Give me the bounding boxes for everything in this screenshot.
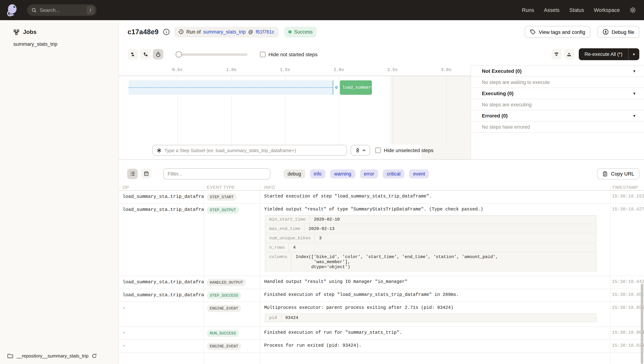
- reexecute-dropdown-caret[interactable]: ▼: [628, 48, 639, 60]
- snapshot-link[interactable]: f61f761c: [256, 29, 274, 34]
- hide-unselected-checkbox[interactable]: Hide unselected steps: [375, 148, 434, 153]
- settings-gear-icon[interactable]: [630, 7, 636, 13]
- gantt-tick-label: 1.0s: [226, 68, 236, 72]
- checkbox-box[interactable]: [375, 148, 381, 153]
- nav-link-workspace[interactable]: Workspace: [594, 7, 620, 13]
- op-selector-icon: [156, 148, 162, 153]
- log-level-event[interactable]: event: [409, 169, 429, 178]
- log-table-row[interactable]: load_summary_sta…trip_dataframeSTEP_STAR…: [119, 190, 644, 204]
- log-level-debug[interactable]: debug: [284, 169, 305, 178]
- metadata-value: 93424: [281, 314, 302, 322]
- chevron-down-icon: ▼: [632, 114, 636, 118]
- log-level-info[interactable]: info: [310, 169, 326, 178]
- repository-row[interactable]: __repository__summary_stats_trip: [7, 353, 97, 358]
- search-input[interactable]: [40, 7, 86, 13]
- job-link[interactable]: summary_stats_trip: [203, 29, 246, 34]
- stopwatch-icon: [155, 51, 161, 57]
- log-table-row[interactable]: -RUN_SUCCESSFinished execution of run fo…: [119, 327, 644, 340]
- sidebar-item-summary-stats-trip[interactable]: summary_stats_trip: [13, 41, 118, 47]
- expand-panel-up-button[interactable]: [564, 49, 574, 60]
- checkbox-box[interactable]: [260, 51, 266, 57]
- gantt-step-bar[interactable]: load_summary_: [340, 80, 372, 95]
- run-info-icon[interactable]: [163, 28, 170, 35]
- metadata-row: n_rows4: [265, 243, 596, 252]
- log-table-row[interactable]: load_summary_sta…trip_dataframeHANDLED_O…: [119, 276, 644, 289]
- reexecute-all-button[interactable]: Re-execute All (*) ▼: [579, 48, 639, 60]
- log-table-row[interactable]: load_summary_sta…trip_dataframeSTEP_OUTP…: [119, 204, 644, 276]
- metadata-key: pid: [265, 314, 281, 322]
- info-text: Multiprocess executor: parent process ex…: [264, 305, 604, 310]
- metadata-key: columns: [265, 253, 292, 271]
- timestamp-cell: 15:30:18.904: [610, 327, 644, 339]
- status-section-header[interactable]: Executing (0)▼: [471, 88, 644, 99]
- run-header: c17a48e9 Run of summary_stats_t: [119, 20, 644, 38]
- jobs-icon: [13, 29, 20, 35]
- metadata-value: 2020-02-13: [305, 225, 338, 233]
- graph-query-toggle-button[interactable]: [351, 145, 370, 156]
- hide-not-started-checkbox[interactable]: Hide not started steps: [260, 51, 318, 57]
- op-cell: load_summary_sta…trip_dataframe: [119, 204, 204, 276]
- gantt-flat-view-button[interactable]: [128, 49, 138, 60]
- nav-link-assets[interactable]: Assets: [544, 7, 560, 13]
- log-list-view-button[interactable]: [127, 168, 138, 179]
- diamond-stack-icon: [355, 148, 360, 153]
- gantt-tick-label: 0.5s: [172, 68, 182, 72]
- metadata-row: num_unique_bikes3: [265, 234, 596, 242]
- gantt-zoom-slider[interactable]: [177, 51, 248, 58]
- copy-url-button[interactable]: Copy URL: [597, 168, 639, 179]
- reload-repository-icon[interactable]: [92, 353, 97, 358]
- reexecute-all-label[interactable]: Re-execute All (*): [579, 48, 628, 60]
- log-scrollbar-thumb[interactable]: [641, 284, 643, 364]
- op-cell: load_summary_sta…trip_dataframe: [119, 276, 204, 288]
- gantt-plot-area: load_summary_: [119, 76, 471, 159]
- status-section-header[interactable]: Not Executed (0)▼: [471, 66, 644, 77]
- log-table-row[interactable]: -ENGINE_EVENTMultiprocess executor: pare…: [119, 302, 644, 327]
- dagster-logo-icon[interactable]: [6, 3, 19, 17]
- nav-link-runs[interactable]: Runs: [522, 7, 534, 13]
- slider-track[interactable]: [177, 53, 248, 56]
- log-table: OP EVENT TYPE INFO TIMESTAMP load_summar…: [119, 185, 644, 364]
- metadata-key: max_end_time: [265, 225, 305, 233]
- log-toolbar: debuginfowarningerrorcriticalevent Copy …: [119, 166, 644, 181]
- step-subset-field[interactable]: [152, 145, 347, 156]
- slider-thumb[interactable]: [176, 51, 182, 58]
- status-section-title: Not Executed (0): [482, 68, 522, 74]
- search-shortcut-key: /: [86, 6, 94, 14]
- jobs-sidebar: Jobs summary_stats_trip __repository__su…: [0, 20, 119, 364]
- metadata-row: columnsIndex(['bike_id', 'color', 'start…: [265, 252, 596, 271]
- debug-file-button[interactable]: Debug file: [598, 26, 639, 38]
- gantt-tick-label: 2.5s: [387, 68, 398, 72]
- log-filter-input[interactable]: [168, 171, 266, 176]
- metadata-row: max_end_time2020-02-13: [265, 224, 596, 233]
- nav-link-status[interactable]: Status: [569, 7, 584, 13]
- global-search[interactable]: /: [27, 4, 96, 16]
- gantt-tick-label: 1.5s: [280, 68, 290, 72]
- event-type-badge: STEP_SUCCESS: [207, 292, 241, 299]
- log-level-filters: debuginfowarningerrorcriticalevent: [284, 169, 429, 178]
- panel-up-icon: [566, 51, 572, 57]
- info-cell: Finished execution of run for "summary_s…: [260, 327, 610, 339]
- log-table-row[interactable]: -ENGINE_EVENTProcess for run exited (pid…: [119, 340, 644, 353]
- metadata-value: 3: [315, 234, 326, 242]
- view-tags-config-button[interactable]: View tags and config: [525, 26, 590, 38]
- info-text: Started execution of step "load_summary_…: [264, 194, 604, 199]
- step-subset-input[interactable]: [164, 148, 343, 153]
- event-type-cell: RUN_SUCCESS: [204, 327, 260, 339]
- info-text: Process for run exited (pid: 93424).: [264, 343, 604, 348]
- gantt-waterfall-view-button[interactable]: [140, 49, 151, 60]
- event-type-cell: STEP_OUTPUT: [204, 204, 260, 276]
- log-table-row[interactable]: load_summary_sta…trip_dataframeSTEP_SUCC…: [119, 289, 644, 302]
- collapse-panel-down-button[interactable]: [552, 49, 562, 60]
- status-dot: [288, 30, 292, 34]
- status-section-header[interactable]: Errored (0)▼: [471, 110, 644, 122]
- gantt-timed-view-button[interactable]: [153, 49, 163, 60]
- info-cell: Multiprocess executor: parent process ex…: [260, 302, 610, 326]
- flat-view-icon: [130, 51, 136, 57]
- log-level-warning[interactable]: warning: [330, 169, 355, 178]
- log-level-error[interactable]: error: [360, 169, 378, 178]
- log-filter-field[interactable]: [163, 168, 270, 179]
- log-level-critical[interactable]: critical: [383, 169, 404, 178]
- status-section-title: Errored (0): [482, 113, 508, 118]
- event-type-badge: ENGINE_EVENT: [207, 342, 241, 350]
- log-structured-view-button[interactable]: [141, 168, 151, 179]
